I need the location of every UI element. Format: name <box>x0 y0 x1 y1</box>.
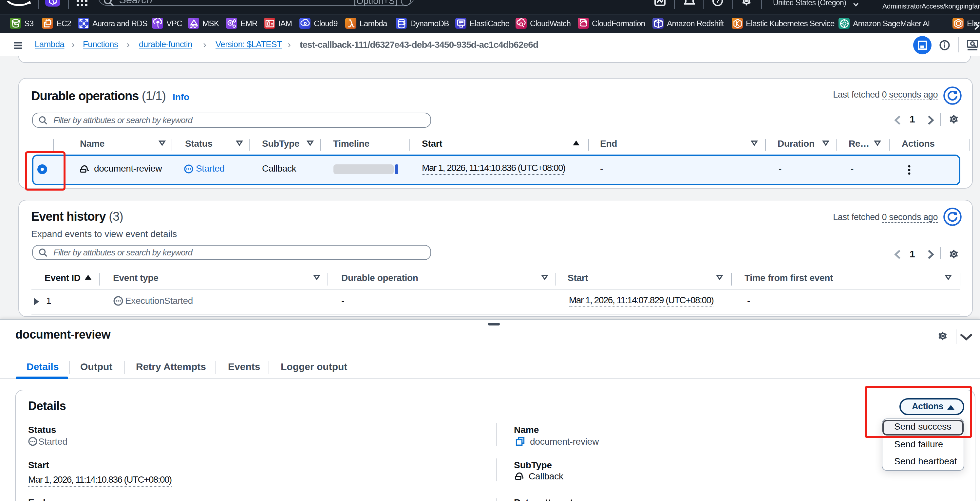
svg-text:?: ? <box>716 0 720 5</box>
